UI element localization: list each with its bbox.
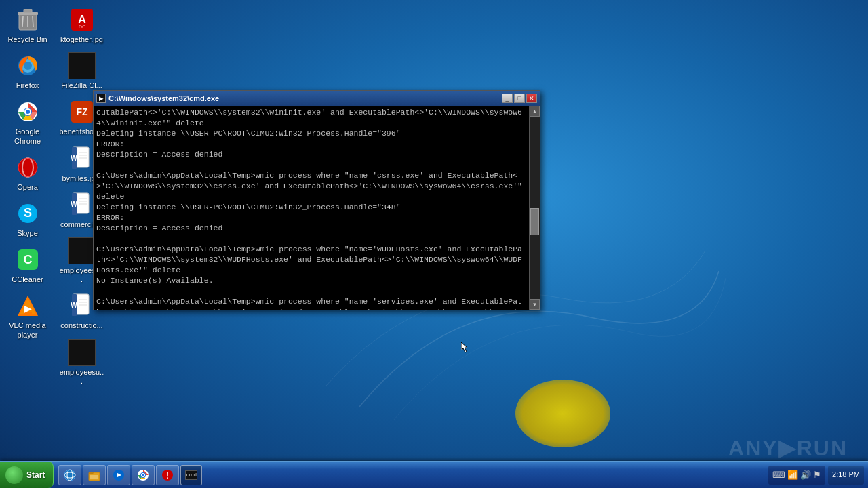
cmd-title-icon: ▶	[96, 94, 106, 103]
cmd-window-controls: _ □ ✕	[502, 94, 537, 103]
cmd-body: cutablePath<>'C:\\WINDOWS\\system32\\win…	[94, 106, 540, 310]
commercial-doc-label: constructio...	[60, 321, 102, 330]
taskbar-cmd[interactable]: cmd	[180, 465, 202, 485]
svg-text:W: W	[71, 201, 77, 208]
svg-rect-2	[24, 9, 32, 13]
svg-text:S: S	[23, 206, 31, 220]
opera-label: Opera	[17, 183, 38, 192]
taskbar-explorer[interactable]	[83, 465, 106, 485]
recycle-bin-icon[interactable]: Recycle Bin	[2, 3, 53, 47]
ktogether-icon[interactable]: FileZilla Cl...	[56, 49, 107, 93]
scrollbar-up-button[interactable]: ▲	[530, 106, 540, 117]
cmd-title-text: C:\Windows\system32\cmd.exe	[108, 94, 219, 102]
start-orb	[5, 466, 23, 484]
start-button[interactable]: Start	[0, 462, 54, 488]
ccleaner-label: CCleaner	[12, 275, 43, 284]
svg-point-47	[64, 470, 75, 481]
cmd-minimize-button[interactable]: _	[502, 94, 513, 103]
tray-icon-network: 📶	[787, 470, 798, 480]
desktop-icons-col1: Recycle Bin Firefox	[2, 3, 53, 344]
taskbar-media[interactable]	[107, 465, 130, 485]
taskbar-right: ⌨ 📶 🔊 ⚑ 2:18 PM	[764, 462, 868, 488]
system-tray: ⌨ 📶 🔊 ⚑	[768, 466, 825, 485]
svg-line-5	[33, 16, 33, 27]
employee-label: employeesu...	[59, 368, 104, 386]
svg-point-12	[26, 110, 30, 114]
taskbar: Start	[0, 461, 868, 488]
svg-point-57	[142, 474, 144, 476]
svg-text:DC: DC	[78, 24, 85, 29]
anyrun-watermark: ANY▶RUN	[728, 435, 848, 461]
svg-rect-51	[90, 475, 98, 479]
vlc-label: VLC media player	[5, 321, 50, 339]
svg-line-3	[22, 16, 23, 27]
svg-text:A: A	[78, 14, 86, 25]
skype-icon[interactable]: S Skype	[2, 197, 53, 241]
acrobat-reader-icon[interactable]: A DC ktogether.jpg	[56, 3, 107, 47]
firefox-label: Firefox	[16, 81, 39, 90]
chrome-icon[interactable]: Google Chrome	[2, 96, 53, 148]
tray-icon-volume: 🔊	[800, 470, 811, 480]
mouse-cursor	[461, 342, 472, 353]
cmd-maximize-button[interactable]: □	[514, 94, 525, 103]
cmd-scrollbar[interactable]: ▲ ▼	[529, 106, 540, 310]
ktogether-label: FileZilla Cl...	[61, 81, 102, 90]
opera-icon[interactable]: Opera	[2, 151, 53, 195]
employee-black-icon[interactable]: employeesu...	[56, 336, 107, 388]
vlc-icon[interactable]: ▶ VLC media player	[2, 289, 53, 342]
taskbar-chrome[interactable]	[132, 465, 155, 485]
scrollbar-thumb[interactable]	[530, 208, 539, 235]
cmd-window: ▶ C:\Windows\system32\cmd.exe _ □ ✕ cuta…	[93, 90, 540, 310]
svg-text:FZ: FZ	[76, 106, 88, 117]
svg-text:W: W	[71, 302, 77, 309]
desktop: ANY▶RUN Recycle Bin	[0, 0, 868, 488]
decorative-blob	[515, 380, 610, 447]
svg-text:W: W	[71, 155, 77, 162]
chrome-label: Google Chrome	[5, 127, 50, 145]
taskbar-ie[interactable]	[58, 465, 81, 485]
tray-icon-action: ⚑	[813, 470, 821, 480]
taskbar-avast[interactable]: !	[156, 465, 179, 485]
cmd-content[interactable]: cutablePath<>'C:\\WINDOWS\\system32\\win…	[94, 106, 529, 310]
svg-point-8	[24, 62, 32, 70]
system-clock[interactable]: 2:18 PM	[828, 466, 864, 485]
firefox-icon[interactable]: Firefox	[2, 49, 53, 93]
recycle-bin-label: Recycle Bin	[7, 35, 47, 44]
ccleaner-icon[interactable]: C CCleaner	[2, 243, 53, 287]
tray-icon-keyboard: ⌨	[772, 470, 785, 480]
start-label: Start	[26, 470, 45, 480]
svg-text:▶: ▶	[24, 304, 32, 314]
cmd-titlebar: ▶ C:\Windows\system32\cmd.exe _ □ ✕	[94, 91, 540, 106]
svg-text:!: !	[166, 471, 169, 481]
scrollbar-down-button[interactable]: ▼	[530, 299, 540, 310]
skype-label: Skype	[17, 229, 38, 238]
cmd-close-button[interactable]: ✕	[526, 94, 537, 103]
acrobat-label: ktogether.jpg	[60, 35, 103, 44]
scrollbar-track[interactable]	[530, 117, 540, 299]
taskbar-items: ! cmd	[56, 462, 764, 488]
svg-text:C: C	[23, 253, 32, 266]
